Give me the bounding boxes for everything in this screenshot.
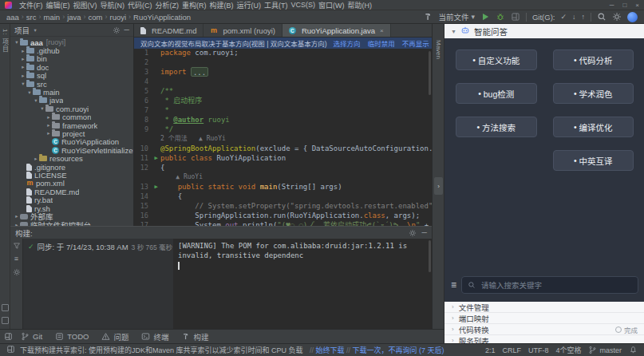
menu-item[interactable]: 窗口(W) [317, 0, 346, 10]
menu-item[interactable]: 导航(N) [99, 0, 127, 10]
assistant-action-button[interactable]: 方法搜索 [456, 117, 537, 137]
expander-icon[interactable]: ▸ [20, 73, 26, 79]
tool-window-button-todo[interactable]: TODO [50, 332, 93, 341]
build-sync-row[interactable]: ✓ 同步: 于 7/14/23, 10:38 AM 3 秒 765 毫秒 [28, 241, 168, 252]
tool-window-stub-icon[interactable] [2, 317, 9, 324]
tool-window-button-project[interactable]: 1: 项目 [1, 29, 10, 53]
banner-action-link[interactable]: 不再显示 [402, 38, 429, 48]
tree-item[interactable]: ▾src [10, 80, 133, 88]
chevron-down-icon[interactable]: ▾ [32, 27, 38, 34]
code-area[interactable]: 1package com.ruoyi;23import ...45/**6 * … [134, 48, 432, 226]
assistant-action-button[interactable]: 学术润色 [553, 83, 634, 104]
breadcrumb-item[interactable]: ruoyi [110, 13, 127, 22]
tool-window-button-终端[interactable]: 终端 [136, 331, 173, 342]
line-separator-indicator[interactable]: CRLF [502, 346, 521, 354]
search-everywhere-icon[interactable] [597, 12, 606, 22]
breadcrumb-item[interactable]: aaa [6, 13, 19, 22]
assistant-section[interactable]: ›文件管理 [444, 302, 644, 313]
chevron-right-icon[interactable]: › [452, 314, 454, 322]
menu-item[interactable]: 重构(R) [180, 0, 208, 10]
menu-item[interactable]: 运行(U) [235, 0, 263, 10]
tree-item[interactable]: README.md [10, 188, 133, 196]
expander-icon[interactable]: ▾ [20, 81, 26, 87]
build-project-icon[interactable] [423, 12, 433, 22]
hamburger-icon[interactable]: ≡ [451, 280, 456, 290]
git-branch-widget[interactable]: master [588, 346, 622, 354]
settings-icon[interactable] [612, 12, 622, 22]
expander-icon[interactable]: ▸ [45, 130, 52, 136]
git-widget-label[interactable]: Git(G): [532, 13, 555, 22]
close-icon[interactable]: × [380, 27, 384, 34]
assistant-section[interactable]: ›代码转换完成 [444, 324, 644, 335]
tree-item[interactable]: ry.bat [10, 196, 133, 204]
project-title[interactable]: 项目 [14, 25, 30, 36]
tree-item[interactable]: ▸project [10, 129, 133, 137]
banner-action-link[interactable]: 临时禁用 [368, 38, 395, 48]
status-action-link[interactable]: 始终下载 [316, 345, 345, 355]
expander-icon[interactable]: ▾ [39, 105, 45, 112]
tool-window-button-git[interactable]: Git [16, 332, 47, 341]
run-button[interactable] [480, 12, 490, 22]
expander-icon[interactable]: ▸ [33, 156, 39, 162]
expander-icon[interactable]: ▸ [20, 64, 26, 70]
assistant-action-button[interactable]: bug检测 [456, 83, 537, 104]
assistant-action-button[interactable]: 中英互译 [553, 150, 634, 171]
tree-item[interactable]: mpom.xml [10, 180, 133, 188]
tree-item[interactable]: LICENSE [10, 171, 133, 179]
expander-icon[interactable]: ▸ [14, 213, 20, 220]
assistant-section[interactable]: ›端口映射 [444, 313, 644, 324]
tree-item[interactable]: ▸framework [10, 121, 133, 129]
user-avatar[interactable] [627, 12, 638, 22]
breadcrumb-item[interactable]: java [67, 13, 81, 22]
tree-item[interactable]: ▾aaa[ruoyi] [10, 38, 133, 46]
tree-item[interactable]: ▾java [10, 97, 133, 105]
expand-panel-button[interactable]: › [434, 177, 443, 195]
build-log-scrollbar[interactable] [429, 240, 431, 272]
tree-item[interactable]: ▾main [10, 88, 133, 96]
expander-icon[interactable]: ▾ [14, 39, 20, 45]
tree-item[interactable]: CRuoYiApplication [10, 138, 133, 146]
tree-item[interactable]: ▸.github [10, 46, 133, 54]
caret-position[interactable]: 2:1 [485, 346, 496, 354]
expander-icon[interactable]: ▾ [33, 97, 39, 104]
tree-item[interactable]: ▸doc [10, 63, 133, 71]
tree-item[interactable]: ▸common [10, 113, 133, 121]
assistant-section[interactable]: ›服务列表 [444, 335, 644, 343]
tree-item[interactable]: ▸bin [10, 55, 133, 63]
menu-item[interactable]: 编辑(E) [45, 0, 72, 10]
assistant-action-button[interactable]: 代码分析 [553, 49, 634, 70]
build-options-icon[interactable] [13, 268, 21, 276]
expander-icon[interactable]: ▸ [20, 56, 26, 62]
menu-item[interactable]: 帮助(H) [346, 0, 374, 10]
breadcrumb-item[interactable]: src [26, 13, 37, 22]
banner-action-link[interactable]: 选择方向 [334, 38, 361, 48]
window-maximize-button[interactable]: □ [622, 2, 626, 9]
editor-tab[interactable]: mpom.xml (ruoyi) [203, 24, 282, 37]
soft-wrap-icon[interactable]: ≡ [14, 255, 18, 263]
expander-icon[interactable]: ▾ [26, 89, 33, 96]
menu-item[interactable]: 分析(Z) [154, 0, 181, 10]
vcs-push-icon[interactable]: ↑ [582, 14, 586, 21]
assistant-header[interactable]: ▼ 智能问答 [444, 24, 644, 39]
project-settings-icon[interactable] [113, 26, 121, 34]
tree-item[interactable]: ▸sql [10, 72, 133, 80]
breadcrumb-item[interactable]: main [44, 13, 61, 22]
editor-tab[interactable]: CRuoYiApplication.java× [282, 24, 391, 37]
tool-window-button-构建[interactable]: 构建 [176, 331, 213, 342]
menu-item[interactable]: 文件(F) [18, 0, 45, 10]
tree-item[interactable]: ▾com.ruoyi [10, 105, 133, 113]
hide-panel-icon[interactable]: ─ [422, 229, 427, 236]
expander-icon[interactable]: ▸ [45, 114, 52, 121]
tool-window-button-maven[interactable]: Maven [435, 40, 442, 59]
tree-item[interactable]: ▸resources [10, 154, 133, 162]
vcs-update-icon[interactable]: ↓ [572, 14, 576, 21]
indent-indicator[interactable]: 4个空格 [555, 345, 581, 355]
expander-icon[interactable]: ▸ [20, 48, 26, 54]
build-settings-icon[interactable] [409, 229, 417, 237]
assistant-search-input[interactable] [480, 280, 632, 291]
window-minimize-button[interactable]: ─ [610, 2, 614, 9]
menu-item[interactable]: VCS(S) [290, 1, 318, 9]
chevron-right-icon[interactable]: › [452, 326, 454, 333]
menu-item[interactable]: 视图(V) [72, 0, 99, 10]
chevron-right-icon[interactable]: › [452, 337, 454, 343]
